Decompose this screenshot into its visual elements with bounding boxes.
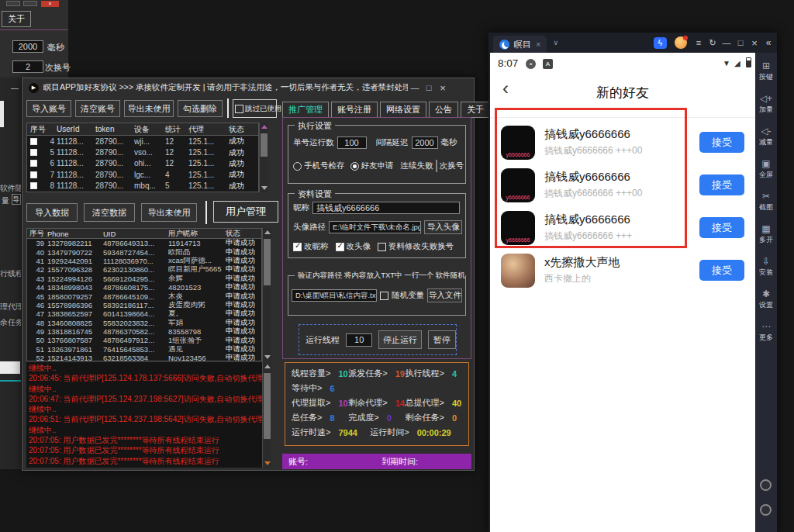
bg-close-button[interactable]: ×	[41, 1, 59, 7]
sidebar-tool[interactable]: ⋯ 更多	[755, 321, 777, 354]
export-unused-button[interactable]: 导出未使用	[124, 100, 174, 117]
floating-button-2[interactable]	[760, 504, 772, 516]
accept-button[interactable]: 接受	[699, 217, 744, 238]
row-checkbox[interactable]	[30, 171, 37, 178]
tab-network[interactable]: 网络设置	[380, 102, 426, 118]
bg-fail-input[interactable]: 2	[12, 60, 43, 73]
account-table-row[interactable]: 6 11128... 28790... ohi... 12 125.1... 成…	[27, 158, 258, 169]
tab-promotion[interactable]: 推广管理	[282, 102, 329, 118]
sidebar-tool[interactable]: ✂ 截图	[755, 191, 777, 223]
user-management-tab[interactable]: 用户管理	[213, 201, 278, 223]
sidebar-tool[interactable]: ▣ 全屏	[755, 158, 777, 191]
row-checkbox[interactable]	[30, 160, 37, 167]
tab-dropdown-icon[interactable]: ∨	[553, 39, 558, 47]
change-avatar-checkbox[interactable]	[336, 243, 344, 251]
friend-request-row[interactable]: y6666666 搞钱威y6666666 搞钱威y6666666 +++ 接受	[490, 206, 755, 249]
tab-about[interactable]: 关于	[461, 102, 490, 118]
avatar-icon[interactable]	[675, 36, 687, 49]
export-unused-data-button[interactable]: 导出未使用	[141, 203, 197, 222]
sidebar-tool[interactable]: ✱ 设置	[755, 288, 777, 321]
account-table[interactable]: 序号 UserId token 设备 统计 代理 状态 4 11128... 2…	[26, 123, 259, 192]
delay-input[interactable]: 2000	[412, 136, 438, 149]
sidebar-tool[interactable]: ◁+ 加量	[755, 93, 777, 126]
tab-notice[interactable]: 公告	[429, 102, 458, 118]
verify-path-input[interactable]: D:\桌面\瞑目\私信内容.txt	[292, 289, 377, 302]
account-table-row[interactable]: 7 11128... 28790... lgc... 4 125.1... 成功	[27, 169, 258, 180]
account-table-scrollbar[interactable]	[259, 123, 268, 192]
strip-mini-button[interactable]: 导	[12, 194, 21, 205]
thread-count-input[interactable]: 10	[346, 333, 372, 347]
nickname-input[interactable]: 搞钱威y6666666	[312, 202, 460, 214]
row-checkbox[interactable]	[30, 149, 37, 156]
delete-checked-button[interactable]: 勾选删除	[178, 100, 223, 117]
sync-icon[interactable]: ↻	[706, 38, 720, 48]
floating-button-1[interactable]	[760, 479, 772, 491]
accept-button[interactable]: 接受	[699, 132, 744, 153]
fail-switch-checkbox[interactable]	[378, 243, 386, 251]
import-avatar-button[interactable]: 导入头像	[424, 220, 462, 234]
clear-accounts-button[interactable]: 清空账号	[75, 100, 120, 117]
main-title-bar[interactable]: ▶ 瞑目APP加好友协议 >>> 承接软件定制开发 | 请勿用于非法用途，一切后…	[22, 78, 475, 97]
boost-icon[interactable]: ϟ	[654, 37, 667, 49]
emulator-maximize-icon[interactable]: □	[734, 38, 747, 47]
strip-white-input[interactable]	[0, 361, 20, 374]
account-table-row[interactable]: 8 11128... 28790... mbq... 5 125.1... 成功	[27, 181, 258, 192]
clear-data-button[interactable]: 清空数据	[84, 203, 135, 222]
sidebar-tool[interactable]: ⇩ 安装	[755, 256, 777, 288]
row-checkbox[interactable]	[30, 138, 37, 145]
collapse-sidebar-icon[interactable]: «	[761, 37, 775, 48]
log-scrollbar[interactable]	[262, 362, 271, 468]
scroll-down-icon[interactable]	[264, 461, 271, 465]
skip-used-checkbox-group[interactable]: 跳过已使用	[233, 99, 277, 118]
pause-button[interactable]: 暂停	[428, 330, 456, 349]
bg-minimize-button[interactable]	[6, 1, 20, 6]
tab-register[interactable]: 账号注册	[331, 102, 378, 118]
import-accounts-button[interactable]: 导入账号	[26, 100, 71, 117]
user-table[interactable]: 序号 Phone UID 用户昵称 状态 39 13278982211 4878…	[26, 228, 262, 361]
friend-request-row[interactable]: y6666666 搞钱威y6666666 搞钱威y6666666 +++00 接…	[490, 164, 755, 206]
bg-delay-input[interactable]: 2000	[12, 40, 43, 53]
friend-request-row[interactable]: y6666666 搞钱威y6666666 搞钱威y6666666 +++00 接…	[490, 121, 755, 164]
bg-maximize-button[interactable]	[23, 1, 37, 6]
import-file-button[interactable]: 导入文件	[427, 288, 462, 302]
random-var-checkbox[interactable]	[380, 292, 388, 300]
account-table-row[interactable]: 4 11128... 28790... wji... 12 125.1... 成…	[27, 136, 258, 147]
tab-close-icon[interactable]: ×	[536, 40, 540, 49]
change-nickname-checkbox[interactable]	[293, 243, 302, 251]
emulator-title-bar[interactable]: 瞑目 × ∨ ϟ ≡ ↻ — □ × «	[488, 33, 777, 53]
scrollbar-thumb[interactable]	[264, 239, 271, 285]
menu-icon[interactable]: ≡	[692, 38, 706, 47]
accept-button[interactable]: 接受	[699, 174, 744, 195]
avatar-path-input[interactable]: E:\临时文件下载\未命名.jpg	[329, 221, 421, 233]
scroll-up-icon[interactable]	[264, 364, 271, 368]
accept-button[interactable]: 接受	[699, 260, 744, 281]
phone-check-radio[interactable]	[293, 162, 302, 171]
sidebar-tool[interactable]: ▦ 多开	[755, 223, 777, 256]
bg-about-tab[interactable]: 关于	[2, 11, 31, 27]
maximize-icon[interactable]: □	[422, 83, 436, 92]
scroll-down-icon[interactable]	[261, 186, 268, 190]
fail-input[interactable]: 2	[436, 160, 437, 172]
stop-button[interactable]: 停止运行	[378, 330, 421, 349]
row-checkbox[interactable]	[30, 182, 37, 189]
friend-request-radio[interactable]	[350, 162, 359, 171]
scroll-up-icon[interactable]	[264, 230, 271, 234]
user-table-row[interactable]: 52 15214143913 63218563384 Nov123456 申请成…	[27, 354, 261, 362]
sidebar-tool[interactable]: ⊞ 按键	[755, 60, 777, 93]
emulator-minimize-icon[interactable]: —	[720, 38, 734, 47]
scrollbar-thumb[interactable]	[261, 133, 268, 157]
close-icon[interactable]: ×	[436, 82, 450, 94]
account-table-row[interactable]: 5 11128... 28790... vso... 12 125.1... 成…	[27, 147, 258, 157]
scroll-up-icon[interactable]	[261, 125, 268, 129]
user-table-scrollbar[interactable]	[262, 228, 271, 361]
import-data-button[interactable]: 导入数据	[26, 203, 78, 222]
scroll-down-icon[interactable]	[264, 355, 271, 359]
log-panel[interactable]: 继续中..20:06:45: 当前代理IP[125.124.178.137:56…	[26, 362, 262, 468]
scrollbar-thumb[interactable]	[264, 373, 271, 439]
skip-used-checkbox[interactable]	[235, 105, 243, 113]
minimize-icon[interactable]: —	[408, 83, 422, 92]
emulator-close-icon[interactable]: ×	[747, 37, 761, 49]
emulator-tab[interactable]: 瞑目 ×	[493, 36, 547, 53]
friend-request-row[interactable]: x先擦撒大声地 西卡撒上的 接受	[490, 249, 755, 292]
runs-input[interactable]: 100	[337, 136, 367, 149]
